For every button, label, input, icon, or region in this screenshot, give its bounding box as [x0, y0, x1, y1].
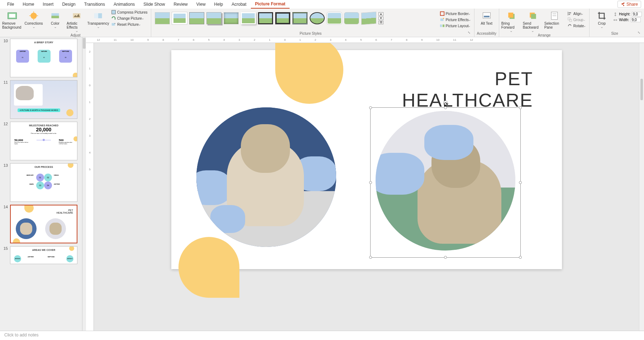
svg-rect-30: [568, 14, 570, 15]
send-backward-button[interactable]: Send Backward: [523, 9, 543, 33]
edit-area: 1211109876543210123456789101112 21012345…: [86, 37, 644, 331]
thumb-row-10[interactable]: 10 A BRIEF STORY JUPITER01 SATURN02 NEPT…: [0, 37, 82, 79]
tab-view[interactable]: View: [192, 0, 210, 8]
slide-thumb-13[interactable]: OUR PROCESS 01 02 03 04 MERCURY VENUS MA…: [10, 163, 77, 202]
transparency-button[interactable]: Transparency: [88, 9, 108, 29]
tab-home[interactable]: Home: [18, 0, 38, 8]
corrections-button[interactable]: Corrections: [24, 9, 44, 29]
transparency-icon: [93, 11, 103, 21]
handle-tl[interactable]: [369, 106, 372, 109]
tab-animations[interactable]: Animations: [109, 0, 139, 8]
tab-transitions[interactable]: Transitions: [80, 0, 109, 8]
backward-label: Send Backward: [523, 21, 543, 29]
group-adjust: Remove Background Corrections Color Arti…: [0, 9, 151, 37]
thumb-scrollbar[interactable]: [82, 37, 86, 331]
reset-picture-button[interactable]: Reset Picture: [110, 21, 149, 27]
group-button[interactable]: Group: [566, 17, 587, 23]
compress-pictures-button[interactable]: Compress Pictures: [110, 9, 149, 15]
style-thumb-12[interactable]: [344, 12, 359, 24]
style-thumb-4[interactable]: [206, 12, 221, 24]
styles-launcher[interactable]: ⤡: [468, 31, 472, 36]
style-thumb-7[interactable]: [258, 12, 273, 24]
thumb-row-15[interactable]: 15 AREAS WE COVER AREA A JUPITER NEPTUNE…: [0, 245, 82, 266]
slide-thumbnail-panel[interactable]: 10 A BRIEF STORY JUPITER01 SATURN02 NEPT…: [0, 37, 82, 331]
tab-slideshow[interactable]: Slide Show: [139, 0, 169, 8]
style-thumb-2[interactable]: [172, 12, 187, 24]
picture-1[interactable]: [196, 107, 336, 247]
slide-thumb-14[interactable]: PETHEALTHCARE: [10, 205, 77, 243]
tab-design[interactable]: Design: [58, 0, 80, 8]
selection-pane-button[interactable]: Selection Pane: [544, 9, 564, 29]
group-accessibility: Alt Text Accessibility: [474, 9, 499, 37]
tab-picture-format[interactable]: Picture Format: [251, 0, 290, 9]
handle-br[interactable]: [519, 256, 522, 259]
style-thumb-6[interactable]: [241, 12, 256, 24]
share-button[interactable]: Share: [617, 1, 641, 8]
ruler-vertical: 21012345: [86, 43, 94, 331]
slide-thumb-10[interactable]: A BRIEF STORY JUPITER01 SATURN02 NEPTUNE…: [10, 39, 77, 77]
width-input[interactable]: [631, 18, 641, 22]
alt-text-button[interactable]: Alt Text: [477, 9, 497, 25]
remove-bg-label: Remove Background: [2, 21, 22, 29]
handle-r[interactable]: [519, 181, 522, 184]
slide[interactable]: PET HEALTHCARE: [171, 50, 562, 269]
height-icon: [613, 12, 617, 16]
svg-rect-1: [9, 14, 15, 18]
thumb-row-14[interactable]: 14 PETHEALTHCARE: [0, 203, 82, 245]
style-thumb-3[interactable]: [189, 12, 204, 24]
style-thumb-1[interactable]: [155, 12, 170, 24]
svg-rect-29: [568, 13, 571, 14]
tab-help[interactable]: Help: [210, 0, 228, 8]
height-input[interactable]: [632, 12, 642, 16]
svg-rect-22: [508, 13, 513, 18]
picture-layout-button[interactable]: Picture Layout: [438, 23, 472, 29]
rotate-button[interactable]: Rotate: [566, 23, 587, 29]
thumb-row-12[interactable]: 12 MILESTONES REACHED 20,000 Pets we hav…: [0, 120, 82, 162]
handle-l[interactable]: [369, 181, 372, 184]
style-thumb-13[interactable]: [361, 12, 376, 25]
picture-border-button[interactable]: Picture Border: [438, 11, 472, 16]
mini-label: JUPITER: [54, 183, 60, 185]
title-line-1: PET: [495, 68, 533, 89]
bring-forward-button[interactable]: Bring Forward: [501, 9, 521, 33]
tab-insert[interactable]: Insert: [38, 0, 58, 8]
style-thumb-8[interactable]: [275, 12, 290, 24]
picture-2-selected[interactable]: [376, 111, 515, 251]
thumb-row-13[interactable]: 13 OUR PROCESS 01 02 03 04 MERCURY VENUS…: [0, 162, 82, 203]
align-button[interactable]: Align: [566, 11, 587, 16]
thumb-num: 15: [3, 246, 8, 264]
canvas[interactable]: PET HEALTHCARE: [94, 43, 639, 331]
gallery-more[interactable]: ▴▾⊟: [378, 12, 383, 24]
svg-point-16: [443, 18, 444, 19]
picture-effects-button[interactable]: Picture Effects: [438, 17, 472, 23]
tab-acrobat[interactable]: Acrobat: [227, 0, 251, 8]
style-thumb-11[interactable]: [327, 12, 342, 24]
tab-file[interactable]: File: [3, 0, 18, 8]
thumb-title: A BRIEF STORY: [10, 39, 77, 44]
mini-num: 04: [44, 181, 52, 189]
group-btn-label: Group: [573, 18, 583, 22]
tab-review[interactable]: Review: [169, 0, 192, 8]
style-thumb-5[interactable]: [224, 12, 239, 24]
corrections-label: Corrections: [24, 21, 43, 25]
size-launcher[interactable]: ⤡: [638, 31, 642, 36]
style-thumb-9[interactable]: [292, 12, 307, 24]
change-picture-button[interactable]: Change Picture: [110, 15, 149, 21]
mini-label: MARS: [29, 183, 34, 185]
crop-button[interactable]: Crop: [592, 9, 612, 29]
slide-thumb-12[interactable]: MILESTONES REACHED 20,000 Pets we have s…: [10, 122, 77, 160]
vertical-scrollbar[interactable]: [639, 43, 644, 331]
slide-thumb-11[interactable]: A PICTURE IS WORTH A THOUSAND WORDS: [10, 80, 77, 119]
artistic-effects-button[interactable]: Artistic Effects: [67, 9, 87, 33]
slide-title[interactable]: PET HEALTHCARE: [402, 68, 533, 111]
notes-pane[interactable]: Click to add notes: [0, 331, 644, 340]
remove-background-button[interactable]: Remove Background: [2, 9, 22, 29]
handle-bl[interactable]: [369, 256, 372, 259]
mini-num: 03: [60, 57, 71, 58]
slide-thumb-15[interactable]: AREAS WE COVER AREA A JUPITER NEPTUNE AR…: [10, 246, 77, 264]
handle-b[interactable]: [444, 256, 447, 259]
style-thumb-10[interactable]: [310, 12, 325, 24]
color-button[interactable]: Color: [45, 9, 65, 29]
thumb-row-11[interactable]: 11 A PICTURE IS WORTH A THOUSAND WORDS: [0, 79, 82, 120]
mini-num: 02: [38, 57, 50, 58]
